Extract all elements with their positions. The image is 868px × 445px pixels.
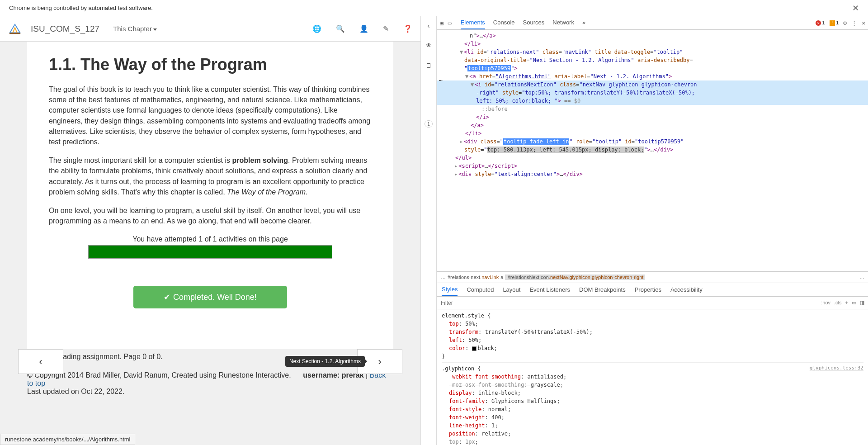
tab-properties[interactable]: Properties — [635, 286, 661, 293]
cls-toggle[interactable]: .cls — [834, 300, 842, 306]
inspect-icon[interactable]: ▣ — [440, 19, 443, 26]
progress-label: You have attempted 1 of 1 activities on … — [49, 235, 372, 243]
chevron-left-icon: ‹ — [39, 356, 42, 368]
tab-more[interactable]: » — [582, 16, 585, 29]
filter-input[interactable] — [441, 300, 821, 306]
completed-button[interactable]: ✔Completed. Well Done! — [133, 286, 287, 308]
gear-icon[interactable]: ⚙ — [843, 19, 847, 26]
edit-icon[interactable]: ✎ — [383, 24, 389, 33]
user-icon[interactable]: 👤 — [359, 24, 368, 33]
tab-console[interactable]: Console — [493, 16, 515, 29]
kebab-icon[interactable]: ⋮ — [851, 19, 857, 26]
device-icon[interactable]: ▭ — [448, 19, 452, 26]
runestone-logo[interactable] — [8, 22, 22, 36]
tab-sources[interactable]: Sources — [523, 16, 545, 29]
globe-icon[interactable]: 🌐 — [312, 24, 321, 33]
automation-bar: Chrome is being controlled by automated … — [0, 0, 868, 16]
caret-down-icon — [153, 28, 157, 31]
devtools-toolbar: ▣ ▭ Elements Console Sources Network » ✕… — [437, 16, 868, 30]
course-name[interactable]: ISU_COM_S_127 — [31, 24, 99, 34]
tooltip: Next Section - 1.2. Algorithms — [285, 356, 365, 367]
styles-tabs: Styles Computed Layout Event Listeners D… — [437, 283, 868, 297]
automation-msg: Chrome is being controlled by automated … — [9, 5, 153, 11]
content-card: 1.1. The Way of the Program The goal of … — [27, 42, 393, 349]
styles-panel[interactable]: element.style { top: 50%; transform: tra… — [437, 309, 868, 445]
chevron-right-icon: › — [378, 356, 381, 368]
page-title: 1.1. The Way of the Program — [49, 55, 372, 74]
svg-rect-0 — [9, 33, 20, 34]
window-icon[interactable]: ▭ — [852, 300, 856, 306]
progress-bar — [88, 245, 332, 259]
status-bar: runestone.academy/ns/books/.../Algorithm… — [0, 434, 135, 445]
devtools: ▣ ▭ Elements Console Sources Network » ✕… — [437, 16, 868, 445]
check-icon: ✔ — [164, 293, 170, 302]
tab-network[interactable]: Network — [552, 16, 574, 29]
page-pane: ISU_COM_S_127 This Chapter 🌐 🔍 👤 ✎ ❓ 1.1… — [0, 16, 420, 445]
paragraph: The single most important skill for a co… — [49, 155, 372, 197]
next-button[interactable]: Next Section - 1.2. Algorithms › — [357, 349, 402, 374]
help-icon[interactable]: ❓ — [403, 24, 412, 33]
error-badge[interactable]: ✕1 — [816, 20, 825, 26]
tab-layout[interactable]: Layout — [503, 286, 520, 293]
styles-filter: :hov .cls + ▭ ◨ — [437, 297, 868, 309]
tab-computed[interactable]: Computed — [467, 286, 494, 293]
plus-icon[interactable]: + — [845, 300, 848, 306]
chevron-left-icon[interactable]: ‹ — [423, 20, 434, 31]
side-rail: ‹ 👁 🗒 1 — [420, 16, 437, 445]
paragraph: On one level, you will be learning to pr… — [49, 205, 372, 226]
footer: © Copyright 2014 Brad Miller, David Ranu… — [27, 371, 393, 396]
tab-dom-breakpoints[interactable]: DOM Breakpoints — [579, 286, 626, 293]
tab-elements[interactable]: Elements — [461, 16, 485, 29]
page-controls: ‹ Finished reading assignment. Page 0 of… — [27, 349, 393, 365]
tab-event-listeners[interactable]: Event Listeners — [529, 286, 570, 293]
close-icon[interactable]: ✕ — [852, 3, 859, 13]
warn-badge[interactable]: !1 — [830, 20, 839, 26]
panel-icon[interactable]: ◨ — [860, 300, 864, 306]
prev-button[interactable]: ‹ — [18, 349, 63, 374]
elements-panel[interactable]: ⋯ n">…</a> </li> ▼<li id="relations-next… — [437, 30, 868, 271]
tab-accessibility[interactable]: Accessibility — [670, 286, 703, 293]
badge-one: 1 — [425, 120, 433, 128]
tab-styles[interactable]: Styles — [442, 284, 458, 296]
search-icon[interactable]: 🔍 — [336, 24, 345, 33]
note-icon[interactable]: 🗒 — [423, 60, 434, 71]
close-icon[interactable]: ✕ — [862, 19, 865, 26]
paragraph: The goal of this book is to teach you to… — [49, 84, 372, 147]
breadcrumb[interactable]: … #relations-next.navLink a i#relationsN… — [437, 271, 868, 283]
navbar: ISU_COM_S_127 This Chapter 🌐 🔍 👤 ✎ ❓ — [0, 16, 420, 42]
hov-toggle[interactable]: :hov — [821, 300, 830, 306]
chapter-dropdown[interactable]: This Chapter — [113, 25, 157, 33]
eye-off-icon[interactable]: 👁 — [423, 40, 434, 51]
